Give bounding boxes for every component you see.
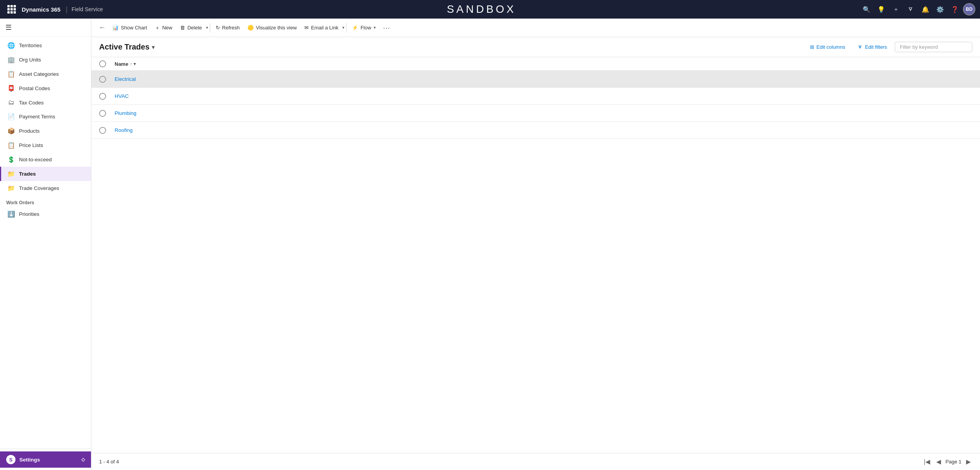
sidebar-item-label: Postal Codes [19, 85, 50, 91]
lightbulb-icon[interactable]: 💡 [875, 3, 888, 16]
new-button[interactable]: ＋ New [151, 22, 176, 34]
edit-columns-button[interactable]: ⊞ Edit columns [805, 42, 850, 52]
pagination: |◀ ◀ Page 1 ▶ [922, 457, 972, 466]
new-icon: ＋ [155, 24, 160, 31]
plumbing-checkbox[interactable] [99, 110, 106, 117]
trade-coverages-icon: 📁 [7, 185, 15, 192]
sidebar-item-tax-codes[interactable]: 🗂 Tax Codes [0, 96, 91, 109]
waffle-button[interactable] [5, 2, 19, 16]
row-checkbox-hvac[interactable] [99, 93, 115, 100]
sidebar-item-postal-codes[interactable]: 📮 Postal Codes [0, 81, 91, 96]
email-link-button[interactable]: ✉ Email a Link [300, 22, 342, 33]
postal-codes-icon: 📮 [7, 85, 15, 92]
sidebar-item-label: Priorities [19, 211, 39, 217]
name-column-label: Name [115, 61, 128, 67]
hvac-checkbox[interactable] [99, 93, 106, 100]
select-all-checkbox[interactable] [99, 60, 115, 67]
new-label: New [162, 25, 172, 31]
table-row[interactable]: Roofing [91, 122, 980, 139]
table-row[interactable]: HVAC [91, 88, 980, 105]
delete-button[interactable]: 🗑 Delete [176, 22, 206, 33]
filter-placeholder: Filter by keyword [900, 44, 938, 50]
settings-button[interactable]: S Settings ◇ [0, 451, 91, 468]
sidebar-item-label: Asset Categories [19, 71, 59, 77]
prev-page-button[interactable]: ◀ [935, 457, 942, 466]
view-title[interactable]: Active Trades ▾ [99, 43, 154, 51]
top-nav-icons: 🔍 💡 ＋ ⛛ 🔔 ⚙️ ❓ BD [860, 3, 975, 16]
tax-codes-icon: 🗂 [7, 99, 15, 106]
electrical-link[interactable]: Electrical [115, 76, 972, 82]
table-area: Electrical HVAC Plumbing Roofing [91, 71, 980, 453]
sidebar-item-payment-terms[interactable]: 📄 Payment Terms [0, 109, 91, 124]
visualize-icon: 🟡 [247, 25, 254, 31]
app-name: Field Service [72, 6, 103, 12]
toolbar: ← 📊 Show Chart ＋ New 🗑 Delete ▾ ↻ Refres… [91, 19, 980, 37]
settings-icon[interactable]: ⚙️ [934, 3, 947, 16]
sidebar-item-trades[interactable]: 📁 Trades [0, 167, 91, 181]
flow-chevron-icon: ▾ [374, 25, 376, 30]
table-row[interactable]: Plumbing [91, 105, 980, 122]
name-column-header[interactable]: Name ↑ ▾ [115, 61, 972, 67]
sidebar-item-products[interactable]: 📦 Products [0, 124, 91, 138]
view-title-text: Active Trades [99, 43, 149, 51]
email-chevron-icon[interactable]: ▾ [342, 25, 345, 30]
price-lists-icon: 📋 [7, 142, 15, 149]
sidebar-item-price-lists[interactable]: 📋 Price Lists [0, 138, 91, 152]
avatar[interactable]: BD [963, 3, 975, 15]
table-header: Name ↑ ▾ [91, 57, 980, 71]
plumbing-link[interactable]: Plumbing [115, 110, 972, 116]
refresh-button[interactable]: ↻ Refresh [212, 22, 244, 33]
filter-icon[interactable]: ⛛ [904, 3, 917, 16]
edit-filters-button[interactable]: ⛛ Edit filters [853, 42, 892, 52]
next-page-button[interactable]: ▶ [965, 457, 972, 466]
record-count: 1 - 4 of 4 [99, 459, 119, 465]
sidebar-item-label: Territories [19, 43, 42, 48]
header-checkbox[interactable] [99, 60, 106, 67]
visualize-button[interactable]: 🟡 Visualize this view [244, 22, 300, 33]
more-button[interactable]: ⋯ [380, 22, 393, 34]
priorities-icon: ⬇️ [7, 210, 15, 218]
not-to-exceed-icon: 💲 [7, 156, 15, 163]
roofing-checkbox[interactable] [99, 127, 106, 134]
settings-s-badge: S [6, 455, 15, 464]
show-chart-label: Show Chart [121, 25, 147, 31]
search-icon[interactable]: 🔍 [860, 3, 873, 16]
work-orders-section: Work Orders [0, 195, 91, 207]
row-checkbox-plumbing[interactable] [99, 110, 115, 117]
help-icon[interactable]: ❓ [948, 3, 961, 16]
sidebar-item-priorities[interactable]: ⬇️ Priorities [0, 207, 91, 221]
sidebar-nav: 🌐 Territories 🏢 Org Units 📋 Asset Catego… [0, 37, 91, 449]
sidebar-item-label: Trade Coverages [19, 185, 59, 191]
sidebar-item-label: Trades [19, 171, 36, 177]
filter-by-keyword-input[interactable]: Filter by keyword [895, 42, 972, 52]
bell-icon[interactable]: 🔔 [919, 3, 932, 16]
row-checkbox-electrical[interactable] [99, 76, 115, 83]
email-icon: ✉ [304, 25, 309, 31]
flow-button[interactable]: ⚡ Flow ▾ [348, 22, 379, 33]
edit-columns-label: Edit columns [817, 44, 845, 50]
hvac-link[interactable]: HVAC [115, 93, 972, 99]
sidebar-item-trade-coverages[interactable]: 📁 Trade Coverages [0, 181, 91, 195]
hamburger-icon[interactable]: ☰ [4, 22, 13, 33]
sidebar-item-asset-categories[interactable]: 📋 Asset Categories [0, 67, 91, 81]
top-nav: Dynamics 365 | Field Service SANDBOX 🔍 💡… [0, 0, 980, 19]
sidebar-item-territories[interactable]: 🌐 Territories [0, 38, 91, 53]
electrical-checkbox[interactable] [99, 76, 106, 83]
show-chart-button[interactable]: 📊 Show Chart [108, 22, 151, 33]
sidebar-item-org-units[interactable]: 🏢 Org Units [0, 53, 91, 67]
sort-chevron-icon[interactable]: ▾ [134, 62, 136, 67]
sidebar-item-label: Org Units [19, 57, 41, 63]
refresh-icon: ↻ [216, 25, 220, 31]
add-icon[interactable]: ＋ [889, 3, 903, 16]
sidebar-item-not-to-exceed[interactable]: 💲 Not-to-exceed [0, 152, 91, 167]
delete-label: Delete [187, 25, 202, 31]
delete-chevron-icon[interactable]: ▾ [206, 25, 208, 30]
flow-icon: ⚡ [352, 25, 358, 31]
edit-filters-icon: ⛛ [858, 44, 863, 50]
roofing-link[interactable]: Roofing [115, 127, 972, 133]
table-row[interactable]: Electrical [91, 71, 980, 88]
row-checkbox-roofing[interactable] [99, 127, 115, 134]
first-page-button[interactable]: |◀ [922, 457, 932, 466]
sidebar-item-label: Not-to-exceed [19, 157, 52, 162]
back-button[interactable]: ← [96, 22, 108, 34]
